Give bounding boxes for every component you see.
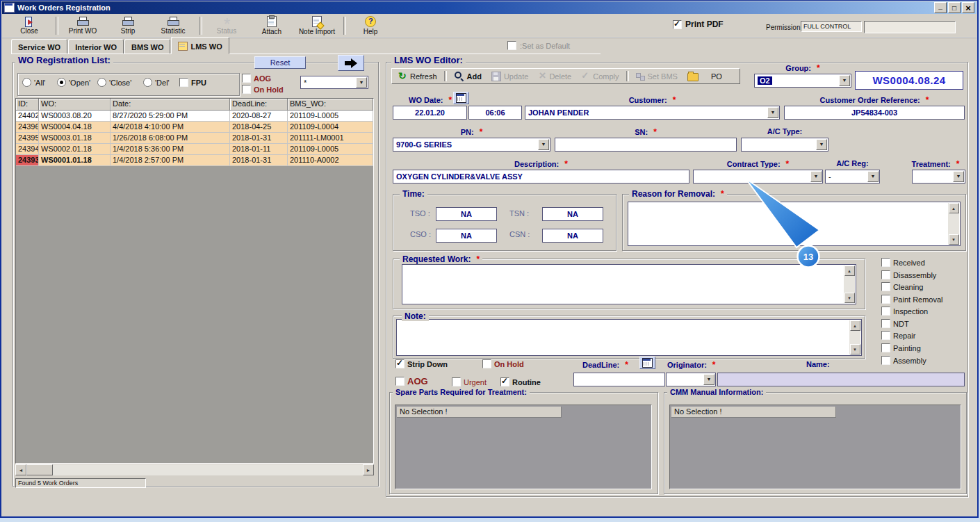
table-row-selected[interactable]: 24393 WS0001.01.18 1/4/2018 2:57:00 PM 2… — [16, 155, 373, 166]
description-field[interactable]: OXYGEN CYLINDER&VALVE ASSY — [393, 170, 689, 183]
deadline-calendar-button[interactable] — [639, 357, 655, 369]
dropdown-arrow-icon[interactable] — [810, 171, 822, 182]
close-button[interactable]: Close — [8, 15, 51, 37]
cleaning-checkbox[interactable]: Cleaning — [881, 282, 923, 291]
vertical-scrollbar[interactable] — [948, 203, 959, 245]
scroll-up-button[interactable] — [949, 203, 959, 213]
po-button[interactable]: PO — [707, 70, 726, 83]
note-import-button[interactable]: Note Import — [295, 15, 338, 37]
cso-field[interactable]: NA — [436, 229, 497, 243]
dropdown-arrow-icon[interactable] — [356, 77, 367, 88]
disassembly-checkbox[interactable]: Disassembly — [881, 270, 936, 279]
spare-parts-list[interactable]: No Selection ! — [395, 405, 652, 489]
deadline-field[interactable] — [573, 373, 665, 386]
add-button[interactable]: Add — [450, 70, 486, 83]
col-header-date[interactable]: Date: — [111, 99, 230, 111]
list-item[interactable]: No Selection ! — [397, 407, 562, 418]
dropdown-arrow-icon[interactable] — [816, 139, 827, 150]
radio-filter-del[interactable]: 'Del' — [143, 78, 170, 87]
originator-combo[interactable] — [666, 373, 716, 386]
ndt-checkbox[interactable]: NDT — [881, 319, 909, 328]
tab-lms-wo[interactable]: LMS WO — [171, 37, 229, 54]
print-pdf-checkbox[interactable]: Print PDF — [673, 19, 724, 29]
scrollbar-thumb[interactable] — [26, 464, 53, 475]
treatment-combo[interactable] — [912, 170, 965, 183]
help-button[interactable]: Help — [349, 15, 392, 37]
col-header-id[interactable]: ID: — [16, 99, 39, 111]
cmm-list[interactable]: No Selection ! — [669, 405, 961, 489]
tab-interior-wo[interactable]: Interior WO — [68, 39, 124, 54]
maximize-button[interactable] — [948, 2, 961, 13]
transfer-arrow-button[interactable] — [338, 55, 364, 71]
scroll-down-button[interactable] — [844, 293, 855, 303]
minimize-button[interactable] — [934, 2, 947, 13]
close-window-button[interactable] — [962, 2, 974, 13]
ac-reg-combo[interactable]: - — [825, 170, 880, 183]
tab-bms-wo[interactable]: BMS WO — [124, 39, 170, 54]
pn-combo[interactable]: 9700-G SERIES — [393, 138, 550, 152]
inspection-checkbox[interactable]: Inspection — [881, 307, 928, 316]
contract-type-combo[interactable] — [693, 170, 823, 183]
folder-button[interactable] — [683, 70, 705, 83]
radio-filter-open[interactable]: 'Open' — [57, 78, 90, 87]
painting-checkbox[interactable]: Painting — [881, 343, 921, 352]
customer-order-ref-field[interactable]: JP54834-003 — [784, 106, 965, 120]
attach-button[interactable]: Attach — [250, 15, 293, 37]
strip-button[interactable]: Strip — [106, 15, 149, 37]
dropdown-arrow-icon[interactable] — [538, 139, 549, 150]
on-hold-filter-checkbox[interactable]: On Hold — [242, 85, 284, 94]
statistic-button[interactable]: Statistic — [152, 15, 195, 37]
dropdown-arrow-icon[interactable] — [867, 171, 879, 182]
scroll-up-button[interactable] — [850, 320, 860, 331]
list-item[interactable]: No Selection ! — [671, 407, 836, 418]
dropdown-arrow-icon[interactable] — [953, 171, 964, 182]
col-header-bms-wo[interactable]: BMS_WO: — [288, 99, 373, 111]
vertical-scrollbar[interactable] — [844, 266, 855, 303]
scroll-down-button[interactable] — [850, 344, 860, 354]
reason-textarea[interactable] — [628, 202, 961, 246]
note-textarea[interactable] — [396, 319, 862, 356]
assembly-checkbox[interactable]: Assembly — [881, 356, 926, 365]
tab-service-wo[interactable]: Service WO — [11, 39, 67, 54]
reset-button[interactable]: Reset — [254, 56, 306, 69]
dropdown-arrow-icon[interactable] — [839, 75, 850, 86]
radio-filter-all[interactable]: 'All' — [22, 78, 45, 87]
tsn-field[interactable]: NA — [542, 207, 603, 221]
repair-checkbox[interactable]: Repair — [881, 331, 915, 340]
table-row[interactable]: 24395 WS0003.01.18 1/26/2018 6:08:00 PM … — [16, 133, 373, 144]
urgent-checkbox[interactable]: Urgent — [452, 377, 487, 386]
aog-filter-checkbox[interactable]: AOG — [242, 74, 271, 83]
requested-work-textarea[interactable] — [402, 264, 856, 304]
on-hold-checkbox[interactable]: On Hold — [482, 359, 524, 368]
wo-date-calendar-button[interactable] — [453, 92, 469, 104]
wo-date-field[interactable]: 22.01.20 — [393, 106, 467, 120]
customer-combo[interactable]: JOHAN PENDER — [525, 106, 780, 120]
horizontal-scrollbar[interactable] — [15, 464, 374, 475]
aog-checkbox[interactable]: AOG — [395, 376, 428, 386]
sn-field[interactable] — [555, 138, 737, 152]
scroll-left-button[interactable] — [15, 464, 26, 475]
col-header-wo[interactable]: WO: — [39, 99, 111, 111]
ac-type-combo[interactable] — [741, 138, 828, 152]
table-row[interactable]: 24396 WS0004.04.18 4/4/2018 4:10:00 PM 2… — [16, 122, 373, 133]
scroll-down-button[interactable] — [949, 234, 959, 245]
name-field[interactable] — [717, 373, 965, 386]
refresh-button[interactable]: Refresh — [394, 70, 441, 83]
csn-field[interactable]: NA — [542, 229, 603, 243]
print-wo-button[interactable]: Print WO — [61, 15, 104, 37]
table-row[interactable]: 24402 WS0003.08.20 8/27/2020 5:29:00 PM … — [16, 111, 373, 122]
group-combo[interactable]: O2 — [754, 74, 851, 88]
routine-checkbox[interactable]: Routine — [500, 377, 541, 386]
paint-removal-checkbox[interactable]: Paint Removal — [881, 295, 943, 304]
wo-time-field[interactable]: 06:06 — [468, 106, 522, 120]
table-row[interactable]: 24394 WS0002.01.18 1/4/2018 5:36:00 PM 2… — [16, 144, 373, 155]
received-checkbox[interactable]: Received — [881, 258, 925, 267]
fpu-checkbox[interactable]: FPU — [179, 78, 206, 87]
dropdown-arrow-icon[interactable] — [767, 107, 778, 118]
radio-filter-close[interactable]: 'Close' — [97, 78, 131, 87]
wo-table[interactable]: ID: WO: Date: DeadLine: BMS_WO: 24402 WS… — [15, 98, 374, 464]
filter-combo[interactable]: * — [300, 76, 368, 89]
col-header-deadline[interactable]: DeadLine: — [230, 99, 288, 111]
strip-down-checkbox[interactable]: Strip Down — [395, 359, 448, 368]
scroll-right-button[interactable] — [363, 464, 374, 475]
